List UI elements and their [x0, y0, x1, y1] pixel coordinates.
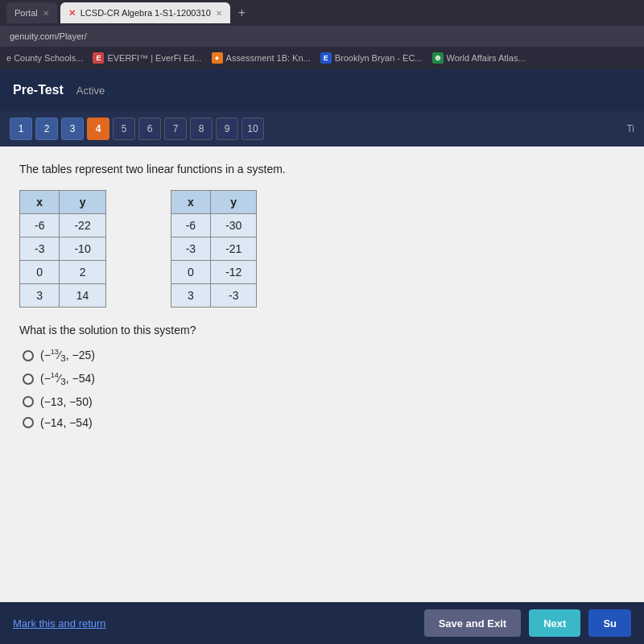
bookmark-assessment[interactable]: ● Assessment 1B: Kn...: [212, 52, 311, 64]
table2-r4-y: -3: [211, 284, 257, 308]
option-d-text: (−14, −54): [40, 416, 93, 429]
bookmark-assessment-label: Assessment 1B: Kn...: [226, 53, 311, 63]
address-text: genuity.com/Player/: [10, 31, 87, 41]
answer-option-b[interactable]: (−14⁄3, −54): [23, 371, 625, 386]
table-row: 0 -12: [171, 261, 257, 284]
app-status: Active: [76, 85, 105, 97]
bookmark-county[interactable]: e County Schools...: [6, 53, 83, 63]
question-btn-5[interactable]: 5: [113, 118, 135, 140]
table2-r2-x: -3: [171, 237, 210, 261]
bookmark-world-icon: ⊕: [432, 52, 444, 64]
table2-r3-x: 0: [171, 261, 210, 284]
table1-r4-y: 14: [60, 284, 105, 308]
tables-container: x y -6 -22 -3 -10 0 2 3: [19, 190, 625, 308]
app-header: Pre-Test Active: [0, 69, 644, 111]
table1-r3-x: 0: [20, 261, 60, 284]
question-btn-8[interactable]: 8: [190, 118, 213, 140]
option-b-text: (−14⁄3, −54): [40, 371, 95, 386]
bottom-bar: Mark this and return Save and Exit Next …: [0, 602, 644, 644]
table1-r2-x: -3: [20, 237, 60, 261]
main-content: The tables represent two linear function…: [0, 147, 644, 602]
bookmark-everfi-label: EVERFI™ | EverFi Ed...: [107, 53, 201, 63]
browser-tab-bar: Portal ✕ ✕ LCSD-CR Algebra 1-S1-1200310 …: [0, 0, 644, 26]
option-a-text: (−13⁄3, −25): [40, 348, 95, 363]
question-btn-3[interactable]: 3: [61, 118, 84, 140]
table-row: -6 -30: [171, 214, 257, 237]
solution-question: What is the solution to this system?: [19, 324, 625, 336]
question-btn-1[interactable]: 1: [10, 118, 32, 140]
radio-c[interactable]: [23, 396, 34, 407]
answer-option-d[interactable]: (−14, −54): [23, 416, 625, 429]
question-btn-2[interactable]: 2: [35, 118, 58, 140]
answer-option-c[interactable]: (−13, −50): [23, 395, 625, 408]
answer-options: (−13⁄3, −25) (−14⁄3, −54) (−13, −50) (−1…: [23, 348, 625, 429]
answer-option-a[interactable]: (−13⁄3, −25): [23, 348, 625, 363]
question-btn-4[interactable]: 4: [87, 118, 109, 140]
app-title: Pre-Test: [13, 83, 64, 97]
table-row: 3 14: [20, 284, 106, 308]
bookmark-world-label: World Affairs Atlas...: [447, 53, 526, 63]
tab-portal-label: Portal: [14, 8, 38, 18]
table-row: -3 -21: [171, 237, 257, 261]
bookmark-brooklyn-icon: E: [320, 52, 332, 64]
radio-d[interactable]: [23, 417, 34, 428]
bookmark-brooklyn[interactable]: E Brooklyn Bryan - EC...: [320, 52, 423, 64]
table1-r4-x: 3: [20, 284, 60, 308]
table-2: x y -6 -30 -3 -21 0 -12 3: [171, 190, 258, 308]
question-nav: 1 2 3 4 5 6 7 8 9 10 Ti: [0, 111, 644, 147]
bookmark-everfi-icon: E: [93, 52, 104, 64]
radio-b[interactable]: [23, 374, 34, 385]
table2-r3-y: -12: [211, 261, 257, 284]
table2-r2-y: -21: [211, 237, 257, 261]
table-row: -6 -22: [20, 214, 106, 237]
question-btn-10[interactable]: 10: [242, 118, 264, 140]
table1-header-x: x: [20, 191, 60, 214]
table1-r2-y: -10: [60, 237, 105, 261]
table1-r1-y: -22: [60, 214, 105, 237]
radio-a[interactable]: [23, 350, 34, 361]
tab-lcsd-label: LCSD-CR Algebra 1-S1-1200310: [80, 8, 211, 18]
bookmark-world[interactable]: ⊕ World Affairs Atlas...: [432, 52, 526, 64]
question-btn-9[interactable]: 9: [216, 118, 238, 140]
table2-r1-x: -6: [171, 214, 210, 237]
table2-r1-y: -30: [211, 214, 257, 237]
save-exit-button[interactable]: Save and Exit: [424, 609, 522, 637]
tab-portal[interactable]: Portal ✕: [6, 2, 57, 23]
tab-lcsd-icon: ✕: [68, 8, 76, 19]
timer-display: Ti: [626, 123, 634, 134]
bookmark-county-label: e County Schools...: [6, 53, 83, 63]
bookmark-brooklyn-label: Brooklyn Bryan - EC...: [335, 53, 423, 63]
mark-return-link[interactable]: Mark this and return: [13, 617, 106, 630]
table1-r1-x: -6: [20, 214, 60, 237]
table-1: x y -6 -22 -3 -10 0 2 3: [19, 190, 106, 308]
table2-header-y: y: [211, 191, 257, 214]
bookmarks-bar: e County Schools... E EVERFI™ | EverFi E…: [0, 47, 644, 69]
table1-r3-y: 2: [60, 261, 105, 284]
new-tab-button[interactable]: +: [233, 6, 250, 20]
tab-lcsd[interactable]: ✕ LCSD-CR Algebra 1-S1-1200310 ✕: [60, 2, 230, 23]
table-row: 3 -3: [171, 284, 257, 308]
table1-header-y: y: [60, 191, 105, 214]
table-row: -3 -10: [20, 237, 106, 261]
table2-r4-x: 3: [171, 284, 210, 308]
table-row: 0 2: [20, 261, 106, 284]
tab-portal-close[interactable]: ✕: [43, 9, 49, 18]
bookmark-assessment-icon: ●: [212, 52, 223, 64]
question-text: The tables represent two linear function…: [19, 163, 625, 175]
table2-header-x: x: [171, 191, 210, 214]
option-c-text: (−13, −50): [40, 395, 93, 408]
bookmark-everfi[interactable]: E EVERFI™ | EverFi Ed...: [93, 52, 201, 64]
question-btn-7[interactable]: 7: [164, 118, 187, 140]
question-btn-6[interactable]: 6: [138, 118, 161, 140]
address-bar[interactable]: genuity.com/Player/: [0, 26, 644, 47]
next-button[interactable]: Next: [529, 609, 580, 637]
submit-button[interactable]: Su: [588, 609, 631, 637]
tab-lcsd-close[interactable]: ✕: [216, 9, 222, 18]
